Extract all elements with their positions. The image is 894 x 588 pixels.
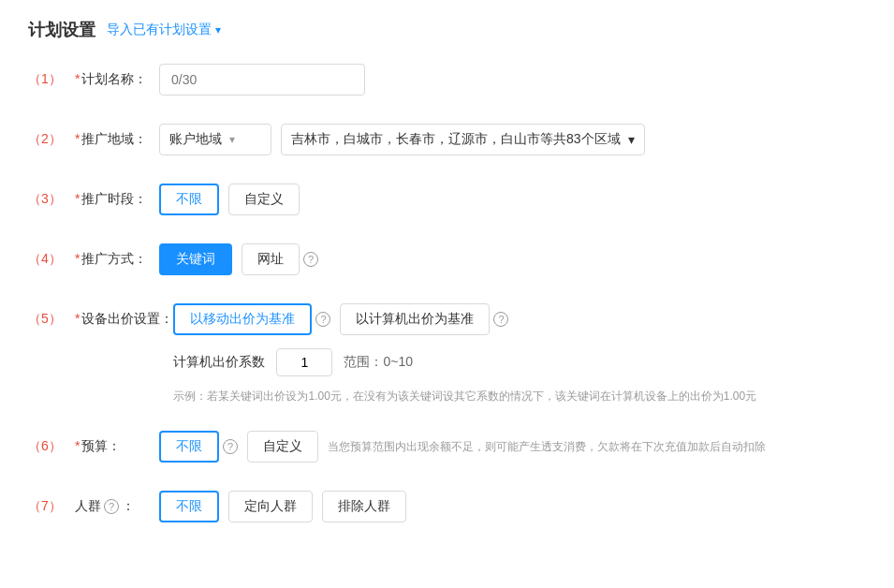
bid-computer-button[interactable]: 以计算机出价为基准 [340, 303, 490, 335]
crowd-unlimited-button[interactable]: 不限 [159, 491, 219, 522]
section-2-number: （2） [28, 124, 75, 148]
section-5-label: *设备出价设置： [75, 303, 173, 328]
bid-coefficient-input[interactable] [276, 348, 332, 376]
section-budget: （6） *预算： 不限 ? 自定义 当您预算范围内出现余额不足，则可能产生透支消… [28, 431, 866, 464]
section-4-label: *推广方式： [75, 243, 159, 268]
import-chevron-icon: ▾ [215, 23, 221, 37]
section-4-content: 关键词 网址 ? [159, 243, 866, 275]
budget-unlimited-button[interactable]: 不限 [159, 431, 219, 463]
page-container: 计划设置 导入已有计划设置 ▾ （1） *计划名称： （2） *推广地域： 账户… [0, 0, 894, 569]
crowd-info-icon[interactable]: ? [104, 499, 119, 514]
section-6-label: *预算： [75, 431, 159, 455]
region-type-label: 账户地域 [169, 131, 222, 148]
method-url-info-icon[interactable]: ? [303, 252, 318, 267]
section-6-content: 不限 ? 自定义 当您预算范围内出现余额不足，则可能产生透支消费，欠款将在下次充… [159, 431, 866, 463]
plan-name-input[interactable] [159, 64, 365, 96]
section-region: （2） *推广地域： 账户地域 ▾ 吉林市，白城市，长春市，辽源市，白山市等共8… [28, 124, 866, 157]
crowd-exclude-button[interactable]: 排除人群 [322, 491, 406, 522]
time-unlimited-button[interactable]: 不限 [159, 184, 219, 215]
section-method: （4） *推广方式： 关键词 网址 ? [28, 243, 866, 277]
section-7-number: （7） [28, 491, 75, 515]
region-value-chevron-icon: ▾ [628, 132, 635, 147]
section-2-content: 账户地域 ▾ 吉林市，白城市，长春市，辽源市，白山市等共83个区域 ▾ [159, 124, 866, 155]
section-5-number: （5） [28, 303, 75, 328]
section-2-label: *推广地域： [75, 124, 159, 148]
page-title: 计划设置 [28, 19, 95, 41]
section-1-label: *计划名称： [75, 64, 159, 88]
section-device-bid: （5） *设备出价设置： 以移动出价为基准 ? 以计算机出价为基准 ? 计算机出… [28, 303, 866, 404]
section-5-content: 以移动出价为基准 ? 以计算机出价为基准 ? 计算机出价系数 范围：0~10 示… [173, 303, 866, 404]
section-3-number: （3） [28, 184, 75, 208]
region-value-text: 吉林市，白城市，长春市，辽源市，白山市等共83个区域 [291, 131, 621, 148]
bid-computer-info-icon[interactable]: ? [493, 312, 508, 327]
budget-custom-button[interactable]: 自定义 [247, 431, 318, 463]
bid-range-label: 范围：0~10 [344, 354, 413, 371]
region-value-dropdown[interactable]: 吉林市，白城市，长春市，辽源市，白山市等共83个区域 ▾ [281, 124, 645, 155]
section-4-number: （4） [28, 243, 75, 268]
bid-coefficient-label: 计算机出价系数 [173, 354, 265, 371]
section-time: （3） *推广时段： 不限 自定义 [28, 184, 866, 217]
bid-mobile-info-icon[interactable]: ? [315, 312, 330, 327]
section-6-number: （6） [28, 431, 75, 455]
section-7-content: 不限 定向人群 排除人群 [159, 491, 866, 522]
budget-hint-text: 当您预算范围内出现余额不足，则可能产生透支消费，欠款将在下次充值加款后自动扣除 [328, 439, 766, 455]
device-bid-buttons: 以移动出价为基准 ? 以计算机出价为基准 ? [173, 303, 508, 335]
bid-mobile-button[interactable]: 以移动出价为基准 [173, 303, 312, 335]
method-keyword-button[interactable]: 关键词 [159, 243, 232, 275]
section-crowd: （7） 人群 ? ： 不限 定向人群 排除人群 [28, 491, 866, 524]
section-7-label: 人群 ? ： [75, 491, 159, 515]
import-link-text: 导入已有计划设置 [107, 22, 212, 38]
region-type-dropdown[interactable]: 账户地域 ▾ [159, 124, 271, 155]
crowd-targeted-button[interactable]: 定向人群 [228, 491, 313, 522]
time-custom-button[interactable]: 自定义 [228, 184, 300, 215]
section-plan-name: （1） *计划名称： [28, 64, 866, 97]
region-type-chevron-icon: ▾ [229, 133, 235, 146]
section-1-content [159, 64, 866, 96]
budget-info-icon[interactable]: ? [223, 439, 238, 454]
page-header: 计划设置 导入已有计划设置 ▾ [28, 19, 866, 41]
import-link[interactable]: 导入已有计划设置 ▾ [107, 22, 221, 38]
section-3-label: *推广时段： [75, 184, 159, 208]
method-url-button[interactable]: 网址 [242, 243, 300, 275]
bid-details: 计算机出价系数 范围：0~10 [173, 348, 413, 376]
section-3-content: 不限 自定义 [159, 184, 866, 215]
bid-example-text: 示例：若某关键词出价设为1.00元，在没有为该关键词设其它系数的情况下，该关键词… [173, 388, 756, 404]
section-1-number: （1） [28, 64, 75, 88]
